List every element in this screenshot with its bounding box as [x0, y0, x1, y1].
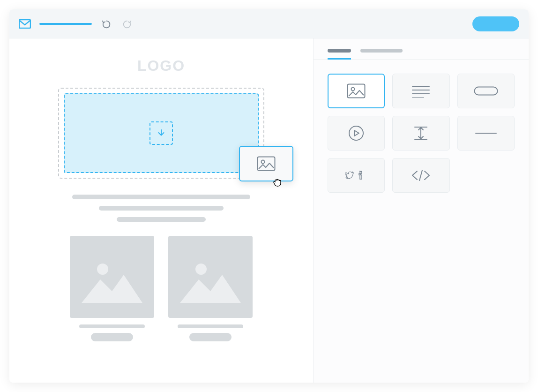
image-placeholder-icon [70, 236, 154, 318]
text-placeholder-block [72, 195, 250, 222]
svg-point-4 [262, 160, 265, 164]
tab-underline [328, 58, 351, 60]
placeholder-line [72, 195, 250, 199]
card[interactable] [70, 236, 154, 341]
block-text[interactable] [392, 74, 449, 108]
mail-icon[interactable] [19, 19, 31, 29]
drop-target-icon [149, 121, 173, 145]
svg-point-12 [349, 126, 363, 140]
svg-rect-11 [474, 87, 497, 95]
editor-canvas[interactable]: LOGO [9, 38, 313, 383]
svg-point-6 [351, 88, 355, 91]
undo-button[interactable] [100, 18, 112, 30]
cards-row [33, 236, 290, 341]
placeholder-line [178, 324, 243, 328]
blocks-grid [314, 60, 529, 207]
svg-point-2 [195, 264, 207, 275]
dragging-block-image[interactable] [239, 146, 293, 181]
content-section[interactable] [58, 88, 264, 179]
panel-tabs [314, 38, 529, 60]
block-video[interactable] [328, 116, 385, 151]
primary-action-button[interactable] [472, 16, 519, 31]
block-button[interactable] [457, 74, 515, 108]
block-spacer[interactable] [392, 116, 449, 151]
placeholder-line [99, 206, 224, 211]
block-social[interactable] [328, 158, 385, 193]
svg-rect-3 [258, 157, 275, 171]
blocks-panel [313, 38, 529, 383]
placeholder-button [91, 333, 133, 341]
panel-tab[interactable] [328, 49, 351, 53]
panel-tab[interactable] [360, 49, 403, 53]
block-image[interactable] [328, 74, 385, 108]
drop-zone[interactable] [64, 93, 259, 173]
block-html[interactable] [392, 158, 449, 193]
logo-placeholder: LOGO [33, 57, 290, 75]
image-placeholder-icon [168, 236, 253, 318]
toolbar [9, 9, 529, 38]
card[interactable] [168, 236, 253, 341]
block-divider[interactable] [457, 116, 515, 151]
placeholder-button [189, 333, 232, 341]
svg-rect-5 [348, 84, 365, 98]
placeholder-line [79, 324, 145, 328]
app-window: LOGO [9, 9, 529, 383]
svg-point-1 [97, 264, 108, 275]
placeholder-line [117, 217, 206, 222]
redo-button[interactable] [121, 18, 133, 30]
progress-indicator [39, 23, 92, 25]
